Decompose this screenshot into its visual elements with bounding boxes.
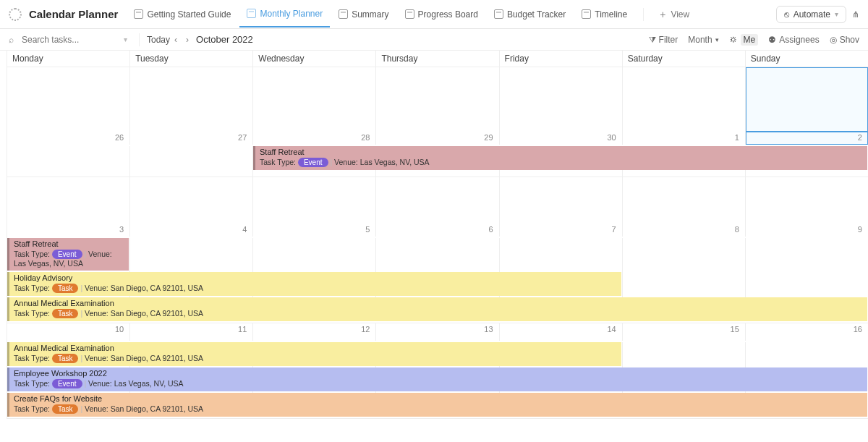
task-type-label: Task Type:	[260, 158, 296, 166]
day-cell-header[interactable]: 14	[500, 323, 623, 341]
day-cell-header[interactable]: 10	[7, 323, 130, 341]
filter-button[interactable]: ⧩Filter	[649, 35, 678, 45]
venue-value: Las Vegas, NV, USA	[114, 379, 184, 388]
task-type-pill: Event	[298, 158, 328, 167]
calendar-event[interactable]: Create FAQs for WebsiteTask Type: Task |…	[7, 393, 867, 417]
people-icon: ⚉	[768, 35, 776, 45]
event-meta: Task Type: Event | Venue: Las Vegas, NV,…	[260, 158, 430, 166]
day-number: 2	[858, 133, 862, 142]
day-cell[interactable]	[7, 177, 130, 224]
day-cell-header[interactable]: 7	[500, 224, 623, 237]
period-dropdown[interactable]: Month▾	[688, 35, 718, 45]
day-cell-header[interactable]: 12	[253, 323, 376, 341]
event-title: Staff Retreat	[260, 148, 863, 156]
person-icon: ⛭	[729, 35, 738, 45]
calendar-week: 3456789 Staff RetreatTask Type: Event | …	[7, 177, 868, 323]
calendar-event[interactable]: Annual Medical ExaminationTask Type: Tas…	[7, 297, 867, 321]
assignees-button[interactable]: ⚉Assignees	[768, 35, 819, 45]
venue-label: Venue:	[88, 379, 112, 388]
day-cell-header[interactable]: 1	[623, 132, 746, 145]
search-input[interactable]	[22, 35, 109, 45]
prev-month-button[interactable]: ‹	[170, 35, 182, 45]
separator: |	[84, 250, 86, 258]
day-cell[interactable]	[376, 67, 499, 132]
day-cell-header[interactable]: 15	[623, 323, 746, 341]
next-month-button[interactable]: ›	[182, 35, 193, 45]
venue-label: Venue:	[85, 354, 109, 362]
tab-summary[interactable]: Summary	[331, 2, 396, 27]
top-bar: Calendar Planner Getting Started GuideMo…	[0, 0, 868, 29]
today-button[interactable]: Today	[147, 35, 170, 45]
venue-value: San Diego, CA 92101, USA	[111, 309, 203, 318]
divider	[139, 33, 140, 46]
calendar-event[interactable]: Holiday AdvisoryTask Type: Task | Venue:…	[7, 272, 621, 296]
day-cell[interactable]	[130, 67, 253, 132]
toolbar: ⌕ ▾ Today ‹ › October 2022 ⧩Filter Month…	[0, 29, 868, 51]
day-cell-header[interactable]: 30	[500, 132, 623, 145]
day-cell-header[interactable]: 27	[130, 132, 253, 145]
day-number: 30	[607, 133, 616, 142]
calendar-event[interactable]: Employee Workshop 2022Task Type: Event |…	[7, 367, 867, 391]
day-cell-header[interactable]: 5	[253, 224, 376, 237]
day-cell[interactable]	[500, 177, 623, 224]
day-header: Tuesday	[130, 51, 253, 67]
event-title: Annual Medical Examination	[14, 299, 863, 307]
day-number: 10	[115, 325, 124, 333]
calendar-event[interactable]: Staff RetreatTask Type: Event | Venue: L…	[7, 238, 129, 271]
me-filter[interactable]: ⛭Me	[729, 34, 759, 46]
share-icon[interactable]: ⋔	[852, 9, 859, 20]
calendar-event[interactable]: Annual Medical ExaminationTask Type: Tas…	[7, 342, 621, 366]
day-cell[interactable]	[746, 67, 868, 132]
day-cell[interactable]	[130, 177, 253, 224]
chevron-down-icon: ▾	[715, 36, 719, 43]
automate-button[interactable]: ⎋ Automate ▾	[776, 6, 846, 23]
day-cell-header[interactable]: 28	[253, 132, 376, 145]
day-cell-header[interactable]: 2	[746, 132, 868, 145]
tab-monthly-planner[interactable]: Monthly Planner	[239, 1, 330, 27]
venue-label: Venue:	[334, 158, 358, 166]
day-cell-header[interactable]: 13	[376, 323, 499, 341]
venue-value: San Diego, CA 92101, USA	[111, 354, 203, 362]
venue-value: San Diego, CA 92101, USA	[111, 404, 203, 413]
separator: |	[330, 158, 332, 166]
day-cell-header[interactable]: 29	[376, 132, 499, 145]
tab-budget-tracker[interactable]: Budget Tracker	[487, 2, 573, 27]
day-cell[interactable]	[746, 177, 868, 224]
calendar-week: 10111213141516 Annual Medical Examinatio…	[7, 323, 868, 419]
period-label: Month	[688, 35, 712, 45]
day-cell-header[interactable]: 26	[7, 132, 130, 145]
bolt-icon: ⎋	[784, 9, 789, 20]
venue-value: Las Vegas, NV, USA	[14, 259, 83, 268]
day-cell[interactable]	[253, 67, 376, 132]
day-cell[interactable]	[623, 177, 746, 224]
day-cell-header[interactable]: 11	[130, 323, 253, 341]
tab-timeline[interactable]: Timeline	[574, 2, 634, 27]
tab-label: Summary	[352, 9, 388, 20]
day-cell[interactable]	[376, 177, 499, 224]
day-cell-header[interactable]: 4	[130, 224, 253, 237]
app-icon	[9, 8, 22, 21]
add-view-button[interactable]: +View	[652, 1, 697, 27]
day-cell[interactable]	[253, 177, 376, 224]
tab-getting-started-guide[interactable]: Getting Started Guide	[127, 2, 238, 27]
day-cell-header[interactable]: 8	[623, 224, 746, 237]
chevron-down-icon[interactable]: ▾	[124, 35, 127, 43]
show-button[interactable]: ◎Shov	[830, 35, 859, 45]
day-cell-header[interactable]: 6	[376, 224, 499, 237]
day-cell-header[interactable]: 16	[746, 323, 868, 341]
day-cell-header[interactable]: 9	[746, 224, 868, 237]
day-cell[interactable]	[7, 67, 130, 132]
tab-progress-board[interactable]: Progress Board	[398, 2, 485, 27]
day-cell[interactable]	[500, 67, 623, 132]
event-title: Employee Workshop 2022	[14, 369, 863, 378]
day-cell-header[interactable]: 3	[7, 224, 130, 237]
venue-value: Las Vegas, NV, USA	[360, 158, 430, 166]
day-number: 11	[238, 325, 247, 333]
day-cell[interactable]	[623, 67, 746, 132]
page-title: Calendar Planner	[29, 8, 118, 20]
day-number: 6	[488, 225, 493, 234]
calendar-event[interactable]: Staff RetreatTask Type: Event | Venue: L…	[253, 146, 867, 170]
view-icon	[247, 9, 256, 18]
day-header: Sunday	[746, 51, 868, 67]
view-tabs: Getting Started GuideMonthly PlannerSumm…	[127, 1, 775, 27]
